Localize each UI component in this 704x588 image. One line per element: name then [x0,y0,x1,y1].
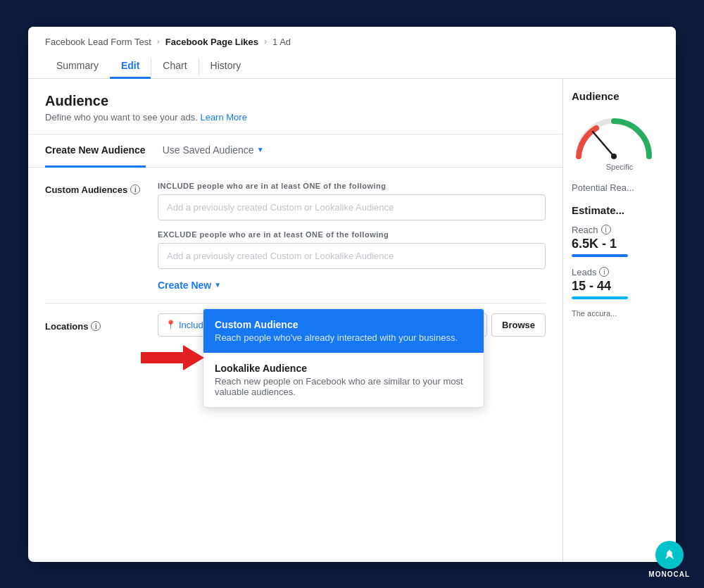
tab-use-saved-audience[interactable]: Use Saved Audience ▼ [163,135,264,168]
locations-info-icon[interactable]: i [91,321,101,331]
left-panel: Audience Define who you want to see your… [28,79,563,562]
leads-info-icon[interactable]: i [599,267,609,277]
accuracy-note: The accura... [572,309,667,318]
lookalike-title: Lookalike Audience [215,363,472,374]
leads-bar [572,296,628,299]
lookalike-desc: Reach new people on Facebook who are sim… [215,376,472,397]
gauge-label: Specific [572,163,667,171]
breadcrumb: Facebook Lead Form Test › Facebook Page … [45,37,659,47]
custom-audience-desc: Reach people who've already interacted w… [215,332,472,343]
reach-label: Reach i [572,225,667,235]
exclude-audience-input[interactable] [158,243,546,269]
leads-value: 15 - 44 [572,279,667,294]
reach-stat: Reach i 6.5K - 1 [572,225,667,257]
svg-point-2 [611,154,617,159]
custom-audience-title: Custom Audience [215,319,472,330]
svg-line-1 [593,132,614,156]
tab-chart[interactable]: Chart [151,54,198,79]
tab-edit[interactable]: Edit [110,54,151,79]
custom-audiences-label-col: Custom Audiences i [45,182,158,195]
audience-tabs: Create New Audience Use Saved Audience ▼ [28,135,562,168]
locations-label: Locations [45,321,88,332]
reach-info-icon[interactable]: i [601,225,611,234]
breadcrumb-part3: 1 Ad [272,37,291,47]
include-section-label: INCLUDE people who are in at least ONE o… [158,182,546,190]
monocal-logo: MONOCAL [648,541,690,578]
create-new-button[interactable]: Create New ▼ [158,280,221,291]
locations-label-col: Locations i [45,318,158,332]
custom-audiences-label: Custom Audiences [45,184,127,195]
main-content: Audience Define who you want to see your… [28,79,676,562]
reach-bar [572,254,628,257]
tab-summary[interactable]: Summary [45,54,110,79]
gauge-container [572,111,656,160]
audience-title: Audience [45,93,546,109]
monocal-circle [655,541,684,569]
main-tabs: Summary Edit Chart History [45,54,659,78]
tab-history[interactable]: History [199,54,253,79]
leads-stat: Leads i 15 - 44 [572,267,667,299]
audiences-content: Custom Audiences i INCLUDE people who ar… [28,168,562,351]
audience-subtitle: Define who you want to see your ads. Lea… [45,112,546,123]
inputs-col: INCLUDE people who are in at least ONE o… [158,182,546,292]
arrow-indicator [141,345,204,373]
custom-audience-option[interactable]: Custom Audience Reach people who've alre… [203,309,484,353]
exclude-section-label: EXCLUDE people who are in at least ONE o… [158,230,546,239]
monocal-text: MONOCAL [648,570,690,578]
custom-audiences-info-icon[interactable]: i [130,184,140,194]
breadcrumb-sep2: › [264,37,267,46]
estimated-title: Estimate... [572,204,667,216]
audience-header: Audience Define who you want to see your… [28,79,562,135]
reach-value: 6.5K - 1 [572,237,667,251]
potential-reach-title: Potential Rea... [572,182,667,193]
top-bar: Facebook Lead Form Test › Facebook Page … [28,27,676,79]
breadcrumb-part2: Facebook Page Likes [165,37,258,47]
saved-audience-arrow-icon: ▼ [257,146,264,154]
leads-label: Leads i [572,267,667,277]
create-new-arrow-icon: ▼ [214,281,221,289]
breadcrumb-part1: Facebook Lead Form Test [45,37,151,47]
tab-create-new-audience[interactable]: Create New Audience [45,135,146,168]
svg-marker-0 [141,345,204,370]
custom-audiences-row: Custom Audiences i INCLUDE people who ar… [45,182,546,292]
right-panel: Audience Specific Potential Rea... [563,79,676,562]
audience-meter-title: Audience [572,90,667,102]
include-audience-input[interactable] [158,194,546,220]
create-new-dropdown: Custom Audience Reach people who've alre… [203,308,484,408]
breadcrumb-sep1: › [157,37,160,46]
lookalike-audience-option[interactable]: Lookalike Audience Reach new people on F… [203,353,484,407]
learn-more-link[interactable]: Learn More [200,112,246,123]
browse-button[interactable]: Browse [491,313,546,337]
